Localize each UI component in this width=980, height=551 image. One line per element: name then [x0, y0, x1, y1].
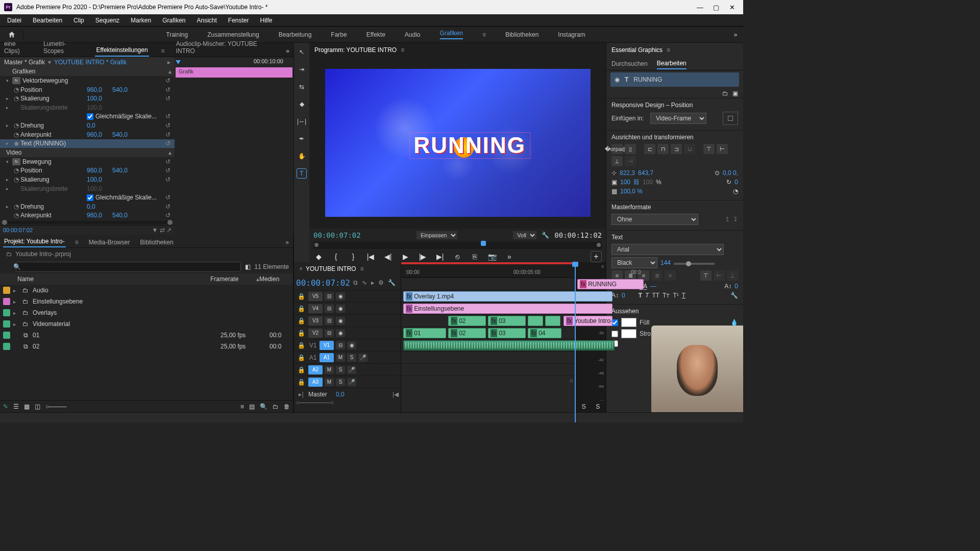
- quality-select[interactable]: Voll: [513, 231, 536, 239]
- new-bin-icon[interactable]: 🗀: [273, 403, 279, 410]
- menu-sequenz[interactable]: Sequenz: [90, 16, 125, 25]
- menu-bearbeiten[interactable]: Bearbeiten: [28, 16, 67, 25]
- pin-widget[interactable]: [723, 112, 738, 125]
- clip-row[interactable]: ⧉0125,00 fps00:0: [0, 330, 293, 341]
- track-v2[interactable]: V2: [308, 329, 323, 338]
- menu-ansicht[interactable]: Ansicht: [191, 16, 222, 25]
- gleich-check[interactable]: [87, 113, 93, 120]
- master-select[interactable]: Ohne: [611, 214, 698, 225]
- prop-position[interactable]: Position: [20, 86, 87, 93]
- small-caps[interactable]: Tᴛ: [663, 292, 670, 299]
- current-tc[interactable]: 00:00:07:02: [313, 231, 361, 239]
- clip-eins[interactable]: fx Einstellungsebene: [403, 304, 612, 314]
- reset-icon[interactable]: ↺: [165, 113, 170, 120]
- menu-grafiken[interactable]: Grafiken: [157, 16, 190, 25]
- col-name[interactable]: Name: [17, 276, 210, 283]
- timeline-tc[interactable]: 00:00:07:02: [296, 278, 350, 288]
- tab-audiomixer[interactable]: Audioclip-Mischer: YOUTUBE INTRO: [175, 38, 276, 57]
- icon-view-icon[interactable]: ▦: [24, 403, 30, 410]
- stopwatch-icon[interactable]: ◔: [12, 122, 20, 129]
- bin-row[interactable]: ▸🗀Overlays: [0, 307, 293, 318]
- program-scrubber[interactable]: [313, 242, 602, 249]
- add-button[interactable]: +: [591, 251, 602, 262]
- reset-icon[interactable]: ↺: [165, 77, 170, 84]
- align-left[interactable]: �ографи: [611, 144, 623, 154]
- selection-tool[interactable]: ↖: [297, 47, 307, 57]
- settings-icon[interactable]: ⚙: [378, 279, 384, 286]
- clip-row[interactable]: ⧉0225,00 fps00:0: [0, 341, 293, 352]
- btns-chev[interactable]: »: [504, 252, 514, 262]
- text-layer[interactable]: Text (RUNNING): [20, 140, 66, 147]
- wrench-icon[interactable]: 🔧: [388, 279, 396, 286]
- ws-bearbeitung[interactable]: Bearbeitung: [279, 31, 312, 38]
- col-medien[interactable]: Medien: [259, 276, 290, 283]
- reset-icon[interactable]: ↺: [165, 176, 170, 183]
- align-b[interactable]: ⊥: [611, 156, 623, 166]
- lift-button[interactable]: ⎋: [452, 252, 462, 262]
- anker-x[interactable]: 960,0: [87, 131, 112, 138]
- ws-audio[interactable]: Audio: [405, 31, 421, 38]
- layer-name[interactable]: RUNNING: [633, 76, 662, 83]
- eg-opacity[interactable]: 100,0 %: [620, 188, 643, 195]
- menu-hilfe[interactable]: Hilfe: [255, 16, 278, 25]
- stopwatch-icon[interactable]: ◔: [12, 131, 20, 138]
- grafik-timeline-bar[interactable]: Grafik: [176, 67, 292, 78]
- reset-icon[interactable]: ↺: [165, 95, 170, 102]
- reset-icon[interactable]: ↺: [165, 86, 170, 93]
- type-tool[interactable]: T: [297, 168, 307, 179]
- overlay-text[interactable]: RUNNING: [409, 132, 530, 159]
- eg-tab-durchsuchen[interactable]: Durchsuchen: [611, 59, 648, 69]
- ws-grafiken-menu[interactable]: ≡: [482, 31, 486, 38]
- reset-icon[interactable]: ↺: [165, 212, 170, 219]
- solo-l[interactable]: S: [582, 403, 586, 410]
- skal-val[interactable]: 100,0: [87, 95, 112, 102]
- ripple-tool[interactable]: ⇆: [297, 82, 307, 92]
- in-point-button[interactable]: {: [331, 252, 341, 262]
- tab-effekteinstellungen[interactable]: Effekteinstellungen: [95, 44, 149, 57]
- stroke-swatch[interactable]: [621, 329, 636, 338]
- eg-rot[interactable]: 0: [734, 179, 738, 186]
- baseline[interactable]: 0: [622, 292, 625, 299]
- master-grafik[interactable]: Master * Grafik: [4, 59, 45, 66]
- sort-icon[interactable]: ≡: [240, 403, 244, 410]
- prop-anker[interactable]: Ankerpunkt: [20, 131, 87, 138]
- minimize-button[interactable]: —: [693, 4, 707, 11]
- tab-menu-icon[interactable]: ≡: [160, 45, 166, 57]
- clip[interactable]: fx 02: [448, 328, 486, 338]
- clip[interactable]: fx 01: [403, 328, 446, 338]
- hand-tool[interactable]: ✋: [297, 151, 307, 161]
- find-icon[interactable]: 🔍: [260, 403, 267, 410]
- eg-layer[interactable]: ◉ T RUNNING: [610, 72, 739, 87]
- stopwatch-icon[interactable]: ◔: [12, 86, 20, 93]
- reset-icon[interactable]: ↺: [165, 158, 170, 165]
- vektorbewegung[interactable]: Vektorbewegung: [22, 77, 68, 84]
- go-out-button[interactable]: ▶|: [435, 252, 445, 262]
- dreh-val[interactable]: 0,0: [87, 122, 112, 129]
- track-a3[interactable]: A3: [308, 378, 323, 387]
- prop-skalierung2[interactable]: Skalierung: [20, 176, 87, 183]
- all-caps[interactable]: TT: [652, 292, 659, 299]
- menu-fenster[interactable]: Fenster: [223, 16, 254, 25]
- faux-bold[interactable]: T: [639, 292, 642, 299]
- close-button[interactable]: ✕: [725, 4, 739, 11]
- align-t[interactable]: ⊤: [703, 144, 715, 154]
- pos-y[interactable]: 540,0: [112, 86, 138, 93]
- align-center-h[interactable]: ▯: [625, 144, 636, 154]
- track-v1[interactable]: V1: [320, 341, 334, 350]
- reset-icon[interactable]: ↺: [165, 203, 170, 210]
- gleich-check2[interactable]: [87, 194, 93, 201]
- bin-row[interactable]: ▸🗀Videomaterial: [0, 318, 293, 330]
- mute[interactable]: ⊟: [325, 292, 334, 300]
- leading[interactable]: 0: [734, 283, 738, 290]
- font-size[interactable]: 144: [660, 259, 671, 266]
- eye[interactable]: ◉: [336, 292, 345, 300]
- reset-icon[interactable]: ↺: [165, 131, 170, 138]
- trash-icon[interactable]: 🗑: [284, 403, 290, 410]
- text-top[interactable]: ⊤: [700, 270, 712, 281]
- tabs-overflow[interactable]: »: [285, 45, 290, 57]
- new-item-icon[interactable]: ✎: [3, 403, 8, 410]
- reset-icon[interactable]: ↺: [165, 140, 170, 147]
- eye-icon[interactable]: ◉: [615, 76, 620, 83]
- stopwatch-icon[interactable]: ◔: [12, 212, 20, 219]
- superscript[interactable]: T¹: [673, 292, 678, 299]
